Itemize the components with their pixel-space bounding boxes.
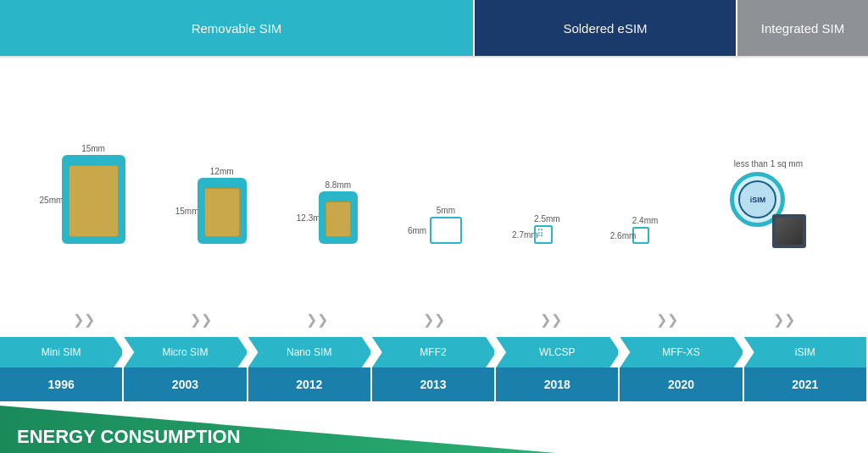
chip-cell [69, 215, 93, 237]
soldered-label: Soldered eSIM [563, 21, 647, 36]
year-2013: 2013 [372, 367, 496, 401]
wlcsp-width: 2.5mm [534, 214, 560, 224]
chip-cell [94, 215, 119, 237]
chip-cell [69, 191, 93, 213]
timeline-mff2: MFF2 [372, 337, 496, 367]
sims-container: 15mm 25mm [17, 66, 851, 252]
mff2-wrapper: 5mm 6mm [430, 206, 462, 244]
mini-sim-width: 15mm [62, 144, 125, 153]
micro-sim-card [198, 178, 247, 244]
isim-item: less than 1 sq mm iSIM [730, 159, 806, 252]
isim-size-label: less than 1 sq mm [734, 159, 803, 168]
arrow-7: ❯❯ [773, 313, 795, 327]
year-2012: 2012 [248, 367, 372, 401]
micro-sim-contacts [198, 178, 247, 244]
mff2-item: 5mm 6mm [430, 206, 462, 252]
energy-section: ENERGY CONSUMPTION [0, 401, 868, 453]
mffxs-item: 2.4mm 2.6mm [632, 216, 659, 252]
isim-chip [772, 214, 806, 248]
micro-sim-width: 12mm [198, 167, 247, 176]
header-soldered: Soldered eSIM [475, 0, 737, 56]
chip-cell [339, 215, 351, 225]
arrow-4: ❯❯ [423, 313, 445, 327]
micro-sim-item: 12mm 15mm [198, 167, 247, 252]
chip-cell [326, 203, 337, 213]
mini-sim-height: 25mm [40, 195, 64, 204]
magnifier-inner: iSIM [738, 180, 776, 218]
mini-sim-item: 15mm 25mm [62, 144, 125, 252]
timeline-nano-sim: Nano SIM [248, 337, 372, 367]
timeline-wlcsp: WLCSP [496, 337, 620, 367]
timeline-mffxs: MFF-XS [620, 337, 743, 367]
timeline-isim: iSIM [744, 337, 868, 367]
timeline-years: 1996 2003 2012 2013 2018 2020 2021 [0, 367, 868, 401]
isim-magnifier-wrapper: iSIM [730, 172, 806, 244]
header-bar: Removable SIM Soldered eSIM Integrated S… [0, 0, 868, 58]
isim-chip-wrapper [772, 214, 806, 248]
chip-cell [204, 206, 221, 220]
integrated-label: Integrated SIM [761, 21, 844, 36]
nano-sim-card [319, 191, 358, 244]
year-2021: 2021 [744, 367, 868, 401]
main-content: 15mm 25mm [0, 58, 868, 303]
micro-sim-height: 15mm [175, 207, 199, 216]
removable-label: Removable SIM [192, 21, 282, 36]
chip-cell [223, 206, 240, 220]
chip-cell [94, 191, 119, 213]
year-1996: 1996 [0, 367, 124, 401]
chip-cell [94, 167, 119, 189]
chip-cell [204, 223, 221, 237]
mffxs-width: 2.4mm [632, 216, 659, 225]
year-2020: 2020 [620, 367, 743, 401]
wlcsp-item: 2.5mm 2.7mm [534, 214, 560, 252]
arrows-section: ❯❯ ❯❯ ❯❯ ❯❯ ❯❯ ❯❯ ❯❯ [0, 303, 868, 337]
energy-label: ENERGY CONSUMPTION [17, 426, 241, 448]
arrow-2: ❯❯ [190, 313, 212, 327]
chip-cell [204, 190, 221, 204]
chip-cell [339, 203, 351, 213]
timeline-section: Mini SIM Micro SIM Nano SIM MFF2 WLCSP M… [0, 337, 868, 401]
nano-sim-width: 8.8mm [319, 180, 358, 190]
mini-sim-wrapper: 15mm 25mm [62, 144, 125, 244]
nano-sim-wrapper: 8.8mm 12.3mm [319, 180, 358, 244]
mini-sim-card [62, 155, 125, 244]
chip-cell [69, 167, 93, 189]
year-2018: 2018 [496, 367, 620, 401]
wlcsp-wrapper: 2.5mm 2.7mm [534, 214, 560, 244]
chip-cell [223, 223, 240, 237]
mffxs-wrapper: 2.4mm 2.6mm [632, 216, 659, 244]
mini-sim-contacts [62, 155, 125, 244]
arrow-6: ❯❯ [656, 313, 678, 327]
mff2-height: 6mm [408, 226, 426, 235]
timeline-labels: Mini SIM Micro SIM Nano SIM MFF2 WLCSP M… [0, 337, 868, 367]
header-removable: Removable SIM [0, 0, 475, 56]
timeline-micro-sim: Micro SIM [124, 337, 248, 367]
arrow-5: ❯❯ [540, 313, 562, 327]
mff2-width: 5mm [430, 206, 462, 215]
chip-cell [326, 215, 337, 225]
timeline-mini-sim: Mini SIM [0, 337, 124, 367]
chip-cell [223, 190, 240, 204]
arrow-1: ❯❯ [73, 313, 95, 327]
arrow-3: ❯❯ [306, 313, 328, 327]
mffxs-height: 2.6mm [610, 231, 637, 240]
mff2-card [430, 217, 462, 244]
year-2003: 2003 [124, 367, 248, 401]
nano-sim-contacts [319, 191, 358, 244]
wlcsp-card [534, 225, 553, 244]
nano-sim-item: 8.8mm 12.3mm [319, 180, 358, 252]
header-integrated: Integrated SIM [737, 0, 868, 56]
micro-sim-wrapper: 12mm 15mm [198, 167, 247, 244]
